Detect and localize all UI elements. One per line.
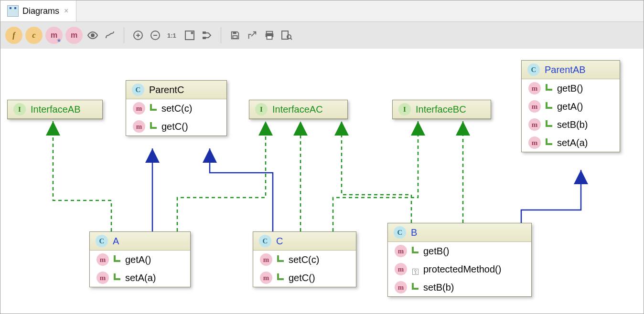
node-title: A: [113, 236, 119, 247]
node-parentab[interactable]: CParentAB mgetB() mgetA() msetB(b) msetA…: [521, 60, 620, 152]
constructors-toggle-button[interactable]: c: [25, 27, 43, 44]
protected-icon: [412, 266, 419, 272]
member-sig: getC(): [289, 272, 315, 283]
public-icon: [277, 255, 284, 262]
zoom-out-icon[interactable]: [148, 28, 162, 42]
member-row: mgetC(): [253, 269, 356, 287]
node-title: InterfaceAB: [31, 104, 81, 115]
svg-point-5: [192, 32, 193, 34]
member-sig: setB(b): [423, 282, 454, 293]
member-row: mgetA(): [90, 251, 190, 269]
member-row: msetA(a): [90, 269, 190, 287]
member-sig: setB(b): [557, 119, 588, 130]
node-interfaceab[interactable]: IInterfaceAB: [7, 100, 103, 119]
svg-rect-10: [267, 31, 273, 34]
public-icon: [546, 102, 552, 109]
node-a[interactable]: CA mgetA() msetA(a): [89, 231, 191, 287]
node-title: ParentC: [149, 84, 184, 95]
diagram-canvas[interactable]: IInterfaceAB CParentC msetC(c) mgetC() I…: [0, 49, 644, 314]
method-icon: m: [260, 253, 272, 266]
methods-toggle-button[interactable]: m: [65, 27, 83, 44]
method-icon: m: [97, 253, 109, 266]
class-icon: C: [132, 84, 144, 96]
member-row: msetB(b): [522, 115, 620, 134]
method-icon: m: [528, 118, 541, 131]
public-icon: [546, 138, 552, 145]
tab-label: Diagrams: [22, 6, 59, 16]
member-sig: getA(): [557, 101, 583, 112]
member-row: msetB(b): [388, 278, 531, 296]
save-icon[interactable]: [228, 28, 242, 42]
method-icon: m: [528, 82, 541, 94]
svg-rect-6: [203, 31, 206, 34]
svg-rect-7: [203, 37, 206, 39]
member-row: mgetC(): [126, 117, 226, 136]
export-icon[interactable]: [245, 28, 259, 42]
svg-text:1:1: 1:1: [167, 32, 176, 39]
class-icon: C: [259, 235, 271, 247]
print-icon[interactable]: [262, 28, 277, 42]
member-row: msetC(c): [126, 99, 226, 117]
close-icon[interactable]: ×: [63, 7, 69, 15]
layout-icon[interactable]: [200, 28, 214, 42]
toolbar: f c m m 1:1: [0, 22, 644, 49]
methods-starred-toggle-button[interactable]: m: [45, 27, 63, 44]
node-c[interactable]: CC msetC(c) mgetC(): [253, 231, 356, 287]
tab-diagrams[interactable]: Diagrams ×: [0, 0, 76, 21]
node-interfaceac[interactable]: IInterfaceAC: [249, 100, 348, 119]
member-sig: setA(a): [125, 272, 156, 283]
svg-point-0: [91, 34, 94, 37]
svg-rect-8: [233, 32, 236, 34]
node-title: ParentAB: [545, 64, 586, 75]
public-icon: [546, 120, 552, 127]
method-icon: m: [97, 272, 109, 284]
public-icon: [546, 84, 552, 91]
fields-toggle-button[interactable]: f: [5, 27, 22, 44]
fit-content-icon[interactable]: [182, 28, 197, 42]
public-icon: [150, 104, 157, 111]
member-sig: setA(a): [557, 137, 588, 148]
class-icon: C: [394, 226, 406, 239]
interface-icon: I: [255, 103, 268, 115]
separator: [124, 27, 124, 43]
actual-size-icon[interactable]: 1:1: [165, 28, 180, 42]
method-icon: m: [395, 281, 407, 293]
member-row: mprotectedMethod(): [388, 260, 531, 278]
interface-icon: I: [13, 103, 26, 115]
node-title: InterfaceBC: [416, 104, 466, 115]
method-icon: m: [528, 100, 541, 113]
public-icon: [277, 273, 284, 280]
node-interfacebc[interactable]: IInterfaceBC: [392, 100, 491, 119]
member-sig: getA(): [125, 254, 151, 265]
member-sig: setC(c): [161, 103, 192, 114]
visibility-icon[interactable]: [86, 28, 100, 42]
zoom-in-icon[interactable]: [131, 28, 145, 42]
public-icon: [412, 247, 419, 253]
class-icon: C: [527, 63, 540, 76]
svg-rect-9: [233, 36, 237, 39]
member-row: msetC(c): [253, 251, 356, 269]
diagram-icon: [7, 5, 19, 17]
member-sig: setC(c): [289, 254, 319, 265]
public-icon: [412, 283, 419, 290]
class-icon: C: [96, 235, 108, 247]
member-sig: getC(): [161, 121, 188, 132]
member-sig: getB(): [423, 246, 449, 257]
member-row: mgetB(): [522, 79, 620, 97]
member-sig: getB(): [557, 83, 583, 94]
preview-icon[interactable]: [279, 28, 294, 42]
node-title: B: [411, 227, 417, 238]
node-parentc[interactable]: CParentC msetC(c) mgetC(): [126, 80, 227, 136]
node-b[interactable]: CB mgetB() mprotectedMethod() msetB(b): [387, 223, 532, 297]
svg-rect-12: [267, 36, 272, 39]
public-icon: [114, 255, 120, 262]
node-title: C: [276, 236, 283, 247]
method-icon: m: [133, 102, 145, 115]
interface-icon: I: [398, 103, 411, 115]
method-icon: m: [528, 136, 541, 149]
tab-bar: Diagrams ×: [0, 0, 644, 22]
edge-style-icon[interactable]: [103, 28, 117, 42]
method-icon: m: [395, 263, 407, 275]
member-row: msetA(a): [522, 134, 620, 152]
member-row: mgetB(): [388, 242, 531, 260]
